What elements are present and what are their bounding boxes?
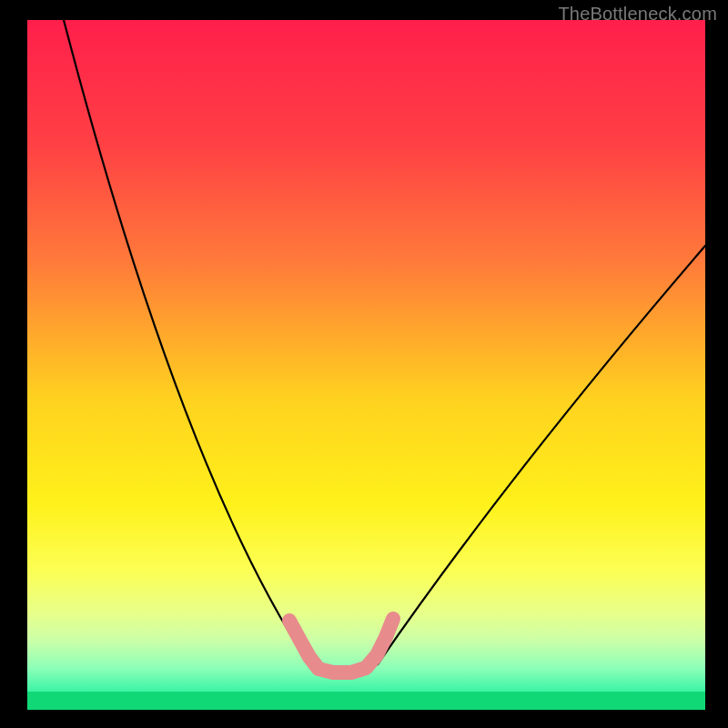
chart-stage: TheBottleneck.com	[0, 0, 728, 728]
plot-bottom-band	[27, 692, 705, 710]
bottleneck-chart	[0, 0, 728, 728]
plot-gradient-background	[27, 20, 705, 710]
watermark-text: TheBottleneck.com	[558, 4, 717, 25]
